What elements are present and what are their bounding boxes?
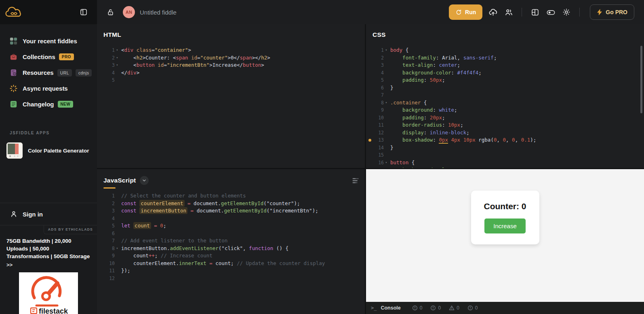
- sidebar: Your recent fiddlesCollectionsPROResourc…: [0, 24, 97, 314]
- sign-in-button[interactable]: Sign in: [0, 203, 97, 225]
- collaborate-icon[interactable]: [503, 7, 514, 17]
- sidebar-item-changelog[interactable]: ChangelogNEW: [0, 96, 97, 112]
- topbar-divider: [522, 8, 522, 17]
- jsfiddle-logo-icon[interactable]: [5, 4, 23, 20]
- line-number: 12: [97, 275, 115, 282]
- sidebar-item-label: Changelog: [23, 101, 54, 108]
- code-line: 5let count = 0;: [97, 222, 365, 230]
- line-number: 4: [366, 69, 384, 77]
- ad-section: ADS BY ETHICALADS 75GB Bandwidth | 20,00…: [0, 225, 97, 314]
- code-line: 5: [97, 76, 365, 84]
- ad-text[interactable]: 75GB Bandwidth | 20,000 Uploads | 50,000…: [6, 238, 90, 261]
- line-number: 2: [97, 54, 115, 62]
- fold-arrow-icon[interactable]: ▾: [115, 47, 120, 54]
- topbar-divider: [579, 8, 580, 17]
- sidebar-item-async-requests[interactable]: Async requests: [0, 81, 97, 96]
- line-number: 3: [97, 62, 115, 69]
- line-number: 8: [366, 99, 384, 107]
- sidebar-item-color-palette-generator[interactable]: Color Palette Generator: [6, 142, 97, 159]
- code-line: 17 background-color: #4CAF50;: [366, 166, 644, 168]
- increase-button[interactable]: Increase: [484, 219, 526, 233]
- js-language-dropdown[interactable]: [140, 176, 149, 185]
- jsfiddle-app: AN Untitled fiddle Run: [0, 0, 644, 314]
- fiddle-title[interactable]: Untitled fiddle: [140, 9, 177, 16]
- line-number: 5: [97, 76, 115, 84]
- sidebar-item-resources[interactable]: ResourcesURLcdnjs: [0, 65, 97, 81]
- code-line: 11 border-radius: 10px;: [366, 121, 644, 129]
- sidebar-spacer: [0, 159, 97, 203]
- lightning-bolt-icon: [597, 9, 602, 15]
- fold-arrow-icon[interactable]: ▾: [384, 99, 389, 107]
- console-bar[interactable]: >_ Console 0000: [366, 302, 644, 314]
- code-line: 2▾ <h2>Counter: <span id="counter">0</sp…: [97, 54, 365, 62]
- fold-arrow-icon[interactable]: ▾: [115, 245, 120, 252]
- sidebar-item-collections[interactable]: CollectionsPRO: [0, 49, 97, 65]
- resources-icon: [10, 69, 17, 76]
- person-icon: [10, 210, 18, 218]
- line-number: 14: [366, 144, 384, 152]
- line-number: 2: [366, 54, 384, 62]
- toggle-switch-icon[interactable]: [545, 7, 556, 17]
- layout-icon[interactable]: [530, 7, 540, 17]
- fold-arrow-icon[interactable]: ▾: [384, 47, 389, 54]
- console-counter[interactable]: 0: [412, 305, 423, 311]
- fold-arrow-icon[interactable]: ▾: [384, 159, 389, 167]
- ad-more-link[interactable]: >>: [6, 262, 90, 268]
- code-line: 8▾.container {: [366, 99, 644, 107]
- sidebar-toggle-icon[interactable]: [78, 7, 89, 17]
- sidebar-item-label: Your recent fiddles: [23, 38, 77, 45]
- tidy-code-icon[interactable]: [352, 178, 359, 184]
- fold-arrow-icon[interactable]: ▾: [115, 62, 120, 69]
- lint-warning-dot: [368, 139, 371, 142]
- sidebar-item-your-recent-fiddles[interactable]: Your recent fiddles: [0, 33, 97, 49]
- code-line: 9 count++; // Increase count: [97, 252, 365, 260]
- counter-heading: Counter: 0: [484, 202, 526, 211]
- line-number: 1: [97, 192, 115, 200]
- ad-provider-label[interactable]: ADS BY ETHICALADS: [44, 225, 97, 234]
- console-counter-value: 0: [438, 305, 441, 311]
- line-number: 2: [97, 200, 115, 208]
- save-cloud-icon[interactable]: [488, 7, 498, 17]
- code-line: 1▾body {: [366, 47, 644, 54]
- color-palette-thumbnail: [6, 142, 23, 159]
- line-number: 3: [366, 62, 384, 69]
- badge-pro: PRO: [59, 53, 74, 60]
- run-button[interactable]: Run: [449, 4, 482, 20]
- line-number: 12: [366, 129, 384, 137]
- line-number: 16: [366, 159, 384, 167]
- topbar-actions: Run: [449, 4, 634, 20]
- css-panel: CSS 1▾body {2 font-family: Arial, sans-s…: [366, 24, 644, 168]
- code-line: 12: [97, 275, 365, 282]
- apps-section-header: JSFIDDLE APPS: [10, 131, 97, 135]
- code-line: 15: [366, 151, 644, 159]
- theme-sun-icon[interactable]: [561, 7, 572, 17]
- js-code-editor[interactable]: 1// Select the counter and button elemen…: [97, 189, 365, 282]
- code-line: 5 padding: 50px;: [366, 76, 644, 84]
- line-number: 10: [97, 260, 115, 267]
- console-counter[interactable]: 0: [467, 305, 478, 311]
- console-counter[interactable]: 0: [430, 305, 441, 311]
- go-pro-button[interactable]: Go PRO: [590, 4, 634, 20]
- code-line: 8▾incrementButton.addEventListener("clic…: [97, 245, 365, 252]
- line-number: 17: [366, 166, 384, 168]
- badge-new: NEW: [58, 101, 74, 108]
- html-code-editor[interactable]: 1▾<div class="container">2▾ <h2>Counter:…: [97, 43, 365, 84]
- css-scrollbar[interactable]: [640, 46, 642, 113]
- fold-arrow-icon[interactable]: ▾: [115, 54, 120, 62]
- privacy-unlock-icon[interactable]: [105, 7, 116, 17]
- avatar[interactable]: AN: [123, 6, 135, 18]
- filestack-ad-image[interactable]: filestack: [19, 272, 78, 314]
- line-number: 4: [97, 215, 115, 223]
- html-panel-title: HTML: [103, 31, 121, 38]
- line-number: 5: [366, 76, 384, 84]
- line-number: 9: [366, 106, 384, 114]
- line-number: 4: [97, 69, 115, 77]
- sidebar-item-label: Resources: [23, 69, 54, 76]
- code-line: 3 text-align: center;: [366, 62, 644, 69]
- code-line: 14}: [366, 144, 644, 152]
- result-card: Counter: 0 Increase: [471, 191, 539, 244]
- topbar-main: AN Untitled fiddle Run: [97, 0, 644, 24]
- code-line: 3const incrementButton = document.getEle…: [97, 207, 365, 215]
- css-code-editor[interactable]: 1▾body {2 font-family: Arial, sans-serif…: [366, 43, 644, 168]
- console-counter[interactable]: 0: [449, 305, 459, 311]
